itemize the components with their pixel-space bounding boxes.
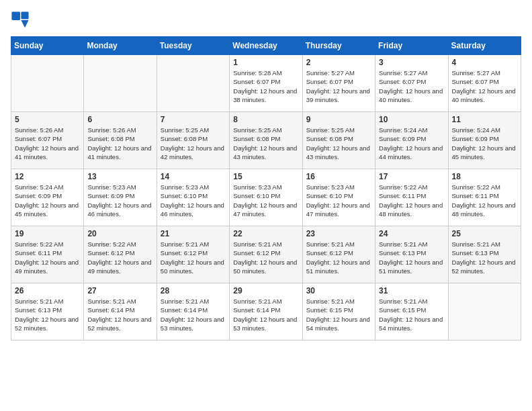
day-info: Sunrise: 5:24 AM Sunset: 6:09 PM Dayligh… [379, 126, 444, 161]
day-info: Sunrise: 5:21 AM Sunset: 6:14 PM Dayligh… [87, 297, 152, 332]
day-cell: 7Sunrise: 5:25 AM Sunset: 6:08 PM Daylig… [157, 112, 229, 169]
day-info: Sunrise: 5:21 AM Sunset: 6:14 PM Dayligh… [233, 297, 298, 332]
day-info: Sunrise: 5:22 AM Sunset: 6:12 PM Dayligh… [87, 240, 152, 275]
day-info: Sunrise: 5:23 AM Sunset: 6:09 PM Dayligh… [87, 183, 152, 218]
day-cell: 6Sunrise: 5:26 AM Sunset: 6:08 PM Daylig… [84, 112, 157, 169]
day-info: Sunrise: 5:26 AM Sunset: 6:08 PM Dayligh… [87, 126, 152, 161]
day-cell: 31Sunrise: 5:21 AM Sunset: 6:15 PM Dayli… [375, 283, 448, 340]
day-cell: 4Sunrise: 5:27 AM Sunset: 6:07 PM Daylig… [448, 55, 521, 112]
day-number: 14 [161, 172, 226, 181]
col-header-sunday: Sunday [11, 37, 84, 55]
day-number: 4 [452, 58, 517, 67]
day-cell: 24Sunrise: 5:21 AM Sunset: 6:13 PM Dayli… [375, 226, 448, 283]
day-cell: 27Sunrise: 5:21 AM Sunset: 6:14 PM Dayli… [84, 283, 157, 340]
svg-rect-0 [11, 11, 20, 20]
day-cell [84, 55, 157, 112]
day-number: 8 [233, 115, 298, 124]
day-info: Sunrise: 5:27 AM Sunset: 6:07 PM Dayligh… [452, 68, 517, 104]
day-cell: 3Sunrise: 5:27 AM Sunset: 6:07 PM Daylig… [375, 55, 448, 112]
day-cell: 26Sunrise: 5:21 AM Sunset: 6:13 PM Dayli… [11, 283, 84, 340]
calendar-table: SundayMondayTuesdayWednesdayThursdayFrid… [11, 36, 521, 340]
day-number: 15 [233, 172, 298, 181]
day-number: 11 [452, 115, 517, 124]
day-number: 20 [87, 229, 152, 238]
logo [11, 11, 32, 30]
day-number: 10 [379, 115, 444, 124]
day-number: 19 [15, 229, 80, 238]
day-number: 12 [15, 172, 80, 181]
day-cell: 16Sunrise: 5:23 AM Sunset: 6:10 PM Dayli… [302, 169, 375, 226]
day-number: 29 [233, 286, 298, 295]
day-number: 25 [452, 229, 517, 238]
day-number: 17 [379, 172, 444, 181]
day-info: Sunrise: 5:21 AM Sunset: 6:14 PM Dayligh… [161, 297, 226, 332]
day-info: Sunrise: 5:22 AM Sunset: 6:11 PM Dayligh… [452, 183, 517, 218]
day-cell: 5Sunrise: 5:26 AM Sunset: 6:07 PM Daylig… [11, 112, 84, 169]
day-cell: 25Sunrise: 5:21 AM Sunset: 6:13 PM Dayli… [448, 226, 521, 283]
day-cell [11, 55, 84, 112]
day-number: 9 [306, 115, 371, 124]
day-cell: 20Sunrise: 5:22 AM Sunset: 6:12 PM Dayli… [84, 226, 157, 283]
day-info: Sunrise: 5:25 AM Sunset: 6:08 PM Dayligh… [161, 126, 226, 161]
day-info: Sunrise: 5:21 AM Sunset: 6:13 PM Dayligh… [379, 240, 444, 275]
day-cell [157, 55, 229, 112]
day-number: 18 [452, 172, 517, 181]
col-header-wednesday: Wednesday [230, 37, 302, 55]
logo-icon [11, 11, 30, 30]
day-info: Sunrise: 5:21 AM Sunset: 6:13 PM Dayligh… [15, 297, 80, 332]
day-info: Sunrise: 5:21 AM Sunset: 6:12 PM Dayligh… [161, 240, 226, 275]
col-header-saturday: Saturday [448, 37, 521, 55]
day-info: Sunrise: 5:21 AM Sunset: 6:12 PM Dayligh… [233, 240, 298, 275]
svg-rect-1 [21, 11, 28, 19]
week-row-1: 1Sunrise: 5:28 AM Sunset: 6:07 PM Daylig… [11, 55, 521, 112]
day-number: 24 [379, 229, 444, 238]
day-cell: 29Sunrise: 5:21 AM Sunset: 6:14 PM Dayli… [230, 283, 302, 340]
day-cell [448, 283, 521, 340]
day-cell: 18Sunrise: 5:22 AM Sunset: 6:11 PM Dayli… [448, 169, 521, 226]
day-info: Sunrise: 5:26 AM Sunset: 6:07 PM Dayligh… [15, 126, 80, 161]
day-info: Sunrise: 5:21 AM Sunset: 6:13 PM Dayligh… [452, 240, 517, 275]
day-number: 23 [306, 229, 371, 238]
day-info: Sunrise: 5:25 AM Sunset: 6:08 PM Dayligh… [306, 126, 371, 161]
week-row-3: 12Sunrise: 5:24 AM Sunset: 6:09 PM Dayli… [11, 169, 521, 226]
week-row-4: 19Sunrise: 5:22 AM Sunset: 6:11 PM Dayli… [11, 226, 521, 283]
day-number: 21 [161, 229, 226, 238]
header-row: SundayMondayTuesdayWednesdayThursdayFrid… [11, 37, 521, 55]
day-cell: 23Sunrise: 5:21 AM Sunset: 6:12 PM Dayli… [302, 226, 375, 283]
day-info: Sunrise: 5:23 AM Sunset: 6:10 PM Dayligh… [306, 183, 371, 218]
week-row-5: 26Sunrise: 5:21 AM Sunset: 6:13 PM Dayli… [11, 283, 521, 340]
page-header [11, 11, 521, 30]
day-cell: 12Sunrise: 5:24 AM Sunset: 6:09 PM Dayli… [11, 169, 84, 226]
day-cell: 19Sunrise: 5:22 AM Sunset: 6:11 PM Dayli… [11, 226, 84, 283]
day-info: Sunrise: 5:21 AM Sunset: 6:15 PM Dayligh… [379, 297, 444, 332]
day-number: 26 [15, 286, 80, 295]
day-cell: 9Sunrise: 5:25 AM Sunset: 6:08 PM Daylig… [302, 112, 375, 169]
day-number: 7 [161, 115, 226, 124]
day-info: Sunrise: 5:23 AM Sunset: 6:10 PM Dayligh… [161, 183, 226, 218]
day-number: 27 [87, 286, 152, 295]
day-cell: 8Sunrise: 5:25 AM Sunset: 6:08 PM Daylig… [230, 112, 302, 169]
day-number: 13 [87, 172, 152, 181]
day-cell: 21Sunrise: 5:21 AM Sunset: 6:12 PM Dayli… [157, 226, 229, 283]
week-row-2: 5Sunrise: 5:26 AM Sunset: 6:07 PM Daylig… [11, 112, 521, 169]
day-number: 3 [379, 58, 444, 67]
day-number: 6 [87, 115, 152, 124]
day-info: Sunrise: 5:21 AM Sunset: 6:15 PM Dayligh… [306, 297, 371, 332]
col-header-thursday: Thursday [302, 37, 375, 55]
day-cell: 1Sunrise: 5:28 AM Sunset: 6:07 PM Daylig… [230, 55, 302, 112]
day-info: Sunrise: 5:22 AM Sunset: 6:11 PM Dayligh… [379, 183, 444, 218]
day-cell: 14Sunrise: 5:23 AM Sunset: 6:10 PM Dayli… [157, 169, 229, 226]
day-info: Sunrise: 5:22 AM Sunset: 6:11 PM Dayligh… [15, 240, 80, 275]
day-cell: 11Sunrise: 5:24 AM Sunset: 6:09 PM Dayli… [448, 112, 521, 169]
svg-marker-2 [21, 20, 28, 28]
day-cell: 30Sunrise: 5:21 AM Sunset: 6:15 PM Dayli… [302, 283, 375, 340]
day-number: 2 [306, 58, 371, 67]
day-number: 30 [306, 286, 371, 295]
day-cell: 15Sunrise: 5:23 AM Sunset: 6:10 PM Dayli… [230, 169, 302, 226]
day-info: Sunrise: 5:24 AM Sunset: 6:09 PM Dayligh… [452, 126, 517, 161]
day-cell: 10Sunrise: 5:24 AM Sunset: 6:09 PM Dayli… [375, 112, 448, 169]
day-info: Sunrise: 5:23 AM Sunset: 6:10 PM Dayligh… [233, 183, 298, 218]
day-info: Sunrise: 5:28 AM Sunset: 6:07 PM Dayligh… [233, 68, 298, 104]
day-number: 5 [15, 115, 80, 124]
day-info: Sunrise: 5:21 AM Sunset: 6:12 PM Dayligh… [306, 240, 371, 275]
